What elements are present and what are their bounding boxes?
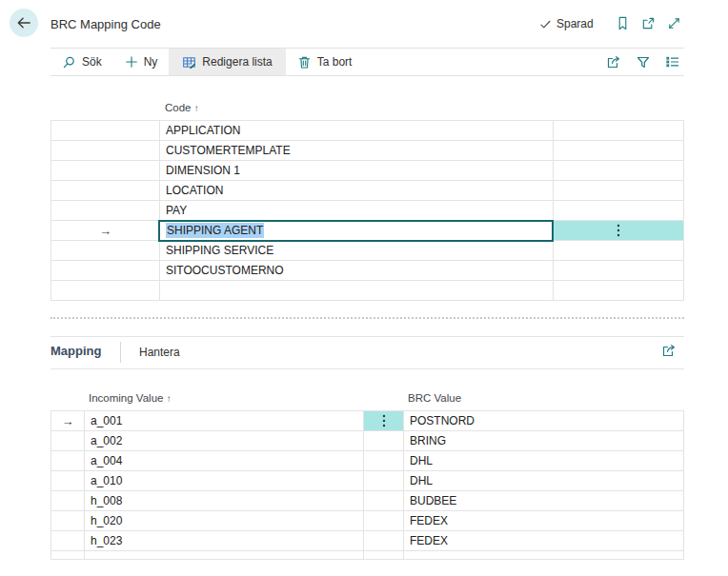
row-selector-cell[interactable] (51, 491, 85, 510)
ellipsis-vertical-icon (617, 224, 620, 237)
brc-value-cell[interactable]: FEDEX (404, 531, 683, 550)
brc-value-column-header[interactable]: BRC Value (408, 392, 461, 404)
page-title: BRC Mapping Code (51, 17, 161, 31)
current-row-arrow-icon: → (99, 225, 111, 237)
share-icon[interactable] (606, 54, 621, 70)
table-row: SITOOCUSTOMERNO (51, 261, 683, 281)
incoming-value-cell[interactable]: a_004 (85, 451, 364, 470)
manage-menu-button[interactable]: Hantera (139, 346, 180, 359)
table-row: LOCATION (51, 181, 683, 201)
incoming-value-header-label: Incoming Value (89, 392, 163, 404)
filler-cell (554, 161, 683, 180)
incoming-value-cell[interactable]: a_010 (85, 471, 364, 490)
row-selector-cell[interactable] (51, 241, 160, 260)
search-button[interactable]: Sök (51, 49, 113, 75)
mapping-section-title: Mapping (51, 344, 101, 358)
edit-list-button[interactable]: Redigera lista (169, 49, 285, 75)
brc-value-cell[interactable]: POSTNORD (404, 411, 683, 430)
row-selector-cell[interactable] (51, 121, 160, 140)
incoming-value-cell[interactable]: a_002 (85, 431, 364, 450)
brc-value-cell[interactable]: DHL (404, 471, 683, 490)
filler-cell (554, 201, 683, 220)
row-actions-cell (364, 511, 404, 530)
incoming-value-cell[interactable] (85, 551, 364, 560)
table-row: h_023 FEDEX (51, 531, 683, 551)
filler-cell (554, 281, 683, 300)
delete-label: Ta bort (317, 55, 353, 69)
row-selector-cell[interactable] (51, 141, 160, 160)
brc-mapping-code-page: BRC Mapping Code Sparad (0, 0, 728, 576)
code-cell[interactable]: APPLICATION (160, 121, 554, 140)
row-selector-cell[interactable] (51, 551, 85, 560)
incoming-value-cell[interactable]: h_023 (85, 531, 364, 550)
row-selector-cell[interactable]: → (51, 411, 85, 430)
code-cell[interactable] (160, 281, 554, 300)
filler-cell (554, 261, 683, 280)
table-row-empty (51, 281, 683, 301)
row-selector-cell[interactable] (51, 201, 160, 220)
mapping-table: → a_001 POSTNORD a_002 BRING a_004 DHL (51, 410, 684, 560)
table-row: SHIPPING SERVICE (51, 241, 683, 261)
mapping-band-bottom-border (51, 368, 684, 369)
edit-list-label: Redigera lista (202, 55, 272, 69)
code-cell[interactable]: SHIPPING SERVICE (160, 241, 554, 260)
table-row: CUSTOMERTEMPLATE (51, 141, 683, 161)
table-row: h_008 BUDBEE (51, 491, 683, 511)
brc-value-cell[interactable]: BRING (404, 431, 683, 450)
table-row-partial (51, 551, 683, 560)
save-status: Sparad (539, 17, 594, 30)
row-selector-cell[interactable] (51, 431, 85, 450)
expand-icon[interactable] (667, 16, 681, 30)
code-cell[interactable]: SITOOCUSTOMERNO (160, 261, 554, 280)
table-row-selected: → SHIPPING AGENT (51, 221, 683, 241)
code-cell[interactable]: DIMENSION 1 (160, 161, 554, 180)
brc-value-cell[interactable]: BUDBEE (404, 491, 683, 510)
mapping-title-divider (120, 342, 121, 363)
table-row: a_002 BRING (51, 431, 683, 451)
row-selector-cell[interactable] (51, 261, 160, 280)
row-selector-cell[interactable]: → (51, 221, 160, 240)
filter-icon[interactable] (636, 54, 651, 70)
save-status-label: Sparad (556, 17, 594, 30)
open-in-new-window-icon[interactable] (641, 16, 656, 30)
code-cell[interactable]: PAY (160, 201, 554, 220)
codes-table: APPLICATION CUSTOMERTEMPLATE DIMENSION 1… (51, 120, 684, 301)
code-cell[interactable]: LOCATION (160, 181, 554, 200)
delete-button[interactable]: Ta bort (286, 49, 364, 75)
codes-column-header[interactable]: Code ↑ (165, 102, 199, 113)
row-actions-cell[interactable] (554, 221, 683, 240)
edit-list-icon (182, 55, 196, 70)
row-selector-cell[interactable] (51, 531, 85, 550)
row-selector-cell[interactable] (51, 471, 85, 490)
incoming-value-column-header[interactable]: Incoming Value ↑ (89, 392, 172, 404)
back-button[interactable] (10, 9, 38, 37)
brc-value-cell[interactable] (404, 551, 683, 560)
filler-cell (554, 181, 683, 200)
brc-value-cell[interactable]: DHL (404, 451, 683, 470)
row-selector-cell[interactable] (51, 281, 160, 300)
row-selector-cell[interactable] (51, 161, 160, 180)
incoming-value-cell[interactable]: a_001 (85, 411, 364, 430)
row-actions-cell (364, 491, 404, 510)
mapping-band-top-border (51, 336, 684, 337)
filler-cell (554, 121, 683, 140)
row-selector-cell[interactable] (51, 511, 85, 530)
incoming-value-cell[interactable]: h_020 (85, 511, 364, 530)
incoming-value-cell[interactable]: h_008 (85, 491, 364, 510)
code-cell-focused[interactable]: SHIPPING AGENT (160, 221, 554, 240)
brc-value-cell[interactable]: FEDEX (404, 511, 683, 530)
code-cell[interactable]: CUSTOMERTEMPLATE (160, 141, 554, 160)
ellipsis-vertical-icon (382, 414, 386, 427)
row-selector-cell[interactable] (51, 181, 160, 200)
table-row: a_010 DHL (51, 471, 683, 491)
back-arrow-icon (15, 14, 32, 31)
check-icon (539, 18, 552, 30)
new-button[interactable]: Ny (113, 49, 170, 75)
row-actions-cell[interactable] (364, 411, 404, 430)
row-selector-cell[interactable] (51, 451, 85, 470)
mapping-share-icon[interactable] (661, 343, 677, 361)
row-actions-cell (364, 531, 404, 550)
list-view-icon[interactable] (665, 54, 680, 70)
table-row-selected: → a_001 POSTNORD (51, 411, 683, 431)
bookmark-icon[interactable] (616, 16, 630, 30)
